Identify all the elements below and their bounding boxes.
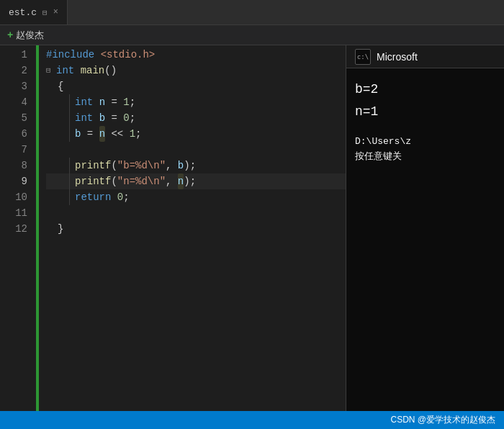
var-n-ref-6: n (99, 126, 105, 142)
terminal-panel: c:\ Microsoft b=2 n=1 D:\Users\z 按任意键关 (346, 45, 504, 411)
collapse-icon[interactable]: ⊟ (46, 63, 55, 78)
indent-guide-10 (69, 189, 72, 205)
var-n-decl: n (99, 94, 105, 110)
num-1: 1 (123, 94, 129, 110)
printf-str-8: "b=%d\n" (117, 158, 166, 173)
num-0-return: 0 (117, 189, 123, 205)
line-num-7: 7 (0, 142, 27, 158)
line-numbers: 1 2 3 4 5 6 7 8 9 10 11 12 (0, 45, 36, 411)
var-b-assign: b (75, 126, 81, 142)
status-bar: CSDN @爱学技术的赵俊杰 (0, 411, 504, 429)
line-num-8: 8 (0, 158, 27, 173)
terminal-content: b=2 n=1 D:\Users\z 按任意键关 (346, 68, 504, 411)
var-b-decl: b (99, 110, 105, 126)
var-n-printf: n (178, 173, 184, 189)
terminal-output-n: n=1 (355, 102, 495, 122)
breadcrumb-bar: + 赵俊杰 (0, 25, 504, 45)
int-keyword-5: int (75, 110, 93, 126)
line-num-10: 10 (0, 189, 27, 205)
num-1-shift: 1 (130, 126, 135, 142)
line-num-2: 2 (0, 63, 27, 78)
printf-fn-9: printf (75, 173, 111, 189)
main-function: main (81, 63, 105, 78)
line-num-5: 5 (0, 110, 27, 126)
indent-guide-8 (69, 158, 72, 173)
indent-guide-6 (69, 126, 72, 142)
var-b-printf: b (178, 158, 184, 173)
tab-filename: est.c (9, 7, 37, 18)
printf-str-9: "n=%d\n" (117, 173, 166, 189)
indent-guide-9 (69, 173, 72, 189)
tab-bar: est.c ⊟ × (0, 0, 504, 25)
terminal-icon: c:\ (355, 49, 371, 65)
return-keyword: return (75, 189, 111, 205)
terminal-output-b: b=2 (355, 80, 495, 99)
include-path: <stdio.h> (101, 47, 156, 63)
breadcrumb-name: 赵俊杰 (16, 29, 44, 42)
line-num-4: 4 (0, 94, 27, 110)
tab-close-icon[interactable]: × (53, 7, 58, 17)
int-keyword-4: int (75, 94, 93, 110)
breadcrumb-icon: + (7, 30, 13, 41)
status-text: CSDN @爱学技术的赵俊杰 (390, 414, 495, 426)
line-num-11: 11 (0, 205, 27, 221)
tab-pin-icon[interactable]: ⊟ (42, 8, 48, 17)
include-keyword: #include (46, 47, 94, 63)
terminal-title: Microsoft (377, 51, 418, 63)
line-num-9: 9 (0, 173, 27, 189)
int-keyword-2: int (56, 63, 74, 78)
terminal-path: D:\Users\z (355, 136, 495, 147)
terminal-titlebar: c:\ Microsoft (346, 45, 504, 68)
line-num-3: 3 (0, 78, 27, 94)
indent-guide (69, 94, 72, 110)
file-tab[interactable]: est.c ⊟ × (0, 0, 68, 24)
line-num-1: 1 (0, 47, 27, 63)
num-0: 0 (123, 110, 129, 126)
indent-guide-5 (69, 110, 72, 126)
editor-area: 1 2 3 4 5 6 7 8 9 10 11 12 #include <std… (0, 45, 504, 411)
printf-fn-8: printf (75, 158, 111, 173)
line-num-12: 12 (0, 221, 27, 237)
line-num-6: 6 (0, 126, 27, 142)
terminal-prompt: 按任意键关 (355, 150, 495, 163)
